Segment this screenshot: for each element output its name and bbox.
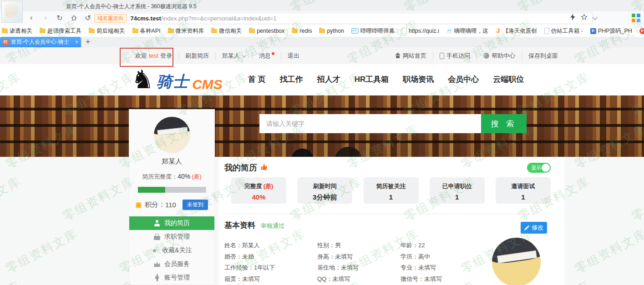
search-input[interactable] — [259, 114, 481, 133]
completeness-progress-bar — [138, 187, 206, 193]
bookmark-item[interactable]: 前后端相关 — [89, 27, 125, 35]
bookmarks-bar: 渗透相关 超强搜索工具 前后端相关 各种API 微米资料库 微信相关 pente… — [0, 25, 644, 37]
info-field: 姓名郑某人 — [224, 241, 317, 253]
bookmark-item[interactable]: https://quiz.i — [402, 28, 439, 34]
refresh-resume-link[interactable]: 刷新简历 — [178, 52, 215, 60]
bookmark-item[interactable]: python — [319, 28, 344, 34]
nav-item[interactable]: 职场资讯 — [403, 74, 434, 85]
topbar-link[interactable]: 保存到桌面 — [522, 52, 564, 60]
folder-icon — [40, 29, 46, 33]
php-red-icon: P — [639, 28, 644, 34]
folder-icon — [132, 29, 138, 33]
tab-close-icon[interactable]: × — [75, 39, 78, 45]
apps-grid-icon[interactable] — [632, 14, 640, 22]
bookmark-item[interactable]: 渗透相关 — [2, 27, 32, 35]
bookmark-item[interactable]: 嘀哩嘀哩，这 — [446, 27, 488, 35]
folder-icon — [168, 29, 174, 33]
bookmark-item[interactable]: P PHP源码_PH — [590, 27, 632, 35]
nav-item[interactable]: 招人才 — [317, 74, 340, 85]
bookmark-label: redis — [299, 28, 312, 34]
refresh-icon[interactable]: ↻ — [55, 13, 65, 23]
lightning-icon[interactable] — [570, 14, 575, 22]
resume-completeness: 简历完整度40%(差) — [129, 173, 214, 181]
crown-icon — [154, 261, 160, 267]
browser-profile-avatar[interactable] — [1, 1, 23, 23]
sidebar-item-label: 会员服务 — [164, 260, 190, 268]
page-icon — [544, 28, 549, 34]
topbar-link[interactable]: 手机访问 — [433, 52, 477, 60]
folder-icon — [2, 29, 8, 33]
info-field: 性别男 — [317, 241, 401, 253]
bookmark-item[interactable]: 各种API — [132, 27, 161, 35]
bookmark-item[interactable]: 微信相关 — [211, 27, 242, 35]
sidebar-menu-item[interactable]: 账号管理 — [129, 271, 214, 285]
topbar-link[interactable]: 网站首页 — [389, 52, 433, 60]
bookmark-item[interactable]: 微米资料库 — [168, 27, 204, 35]
nav-item[interactable]: 找工作 — [280, 74, 303, 85]
field-value: 22 — [418, 242, 425, 249]
hero-people-silhouette — [273, 138, 378, 157]
nav-item[interactable]: 会员中心 — [448, 74, 479, 85]
info-field: 工作经验1年以下 — [224, 264, 317, 275]
sidebar-item-label: 收藏&关注 — [162, 246, 192, 255]
bookmark-item[interactable]: pentestbox — [249, 28, 284, 34]
field-value: 郑某人 — [242, 242, 260, 249]
messages-link[interactable]: 消息 — [252, 52, 281, 60]
browser-toolbar: ‹ › ↻ ↺ 域名重定向 74cms.test /index.php?m=&c… — [0, 11, 644, 25]
sidebar-menu-item[interactable]: 我的简历 — [129, 216, 214, 230]
chevron-down-icon[interactable] — [592, 15, 597, 20]
site-logo[interactable]: ♞ 骑士 CMS — [131, 67, 223, 92]
search-button[interactable]: 搜 索 — [481, 114, 527, 133]
bookmark-star-icon[interactable] — [581, 14, 588, 22]
bookmark-item[interactable]: 哔哩哔哩弹幕 — [351, 27, 395, 35]
sidebar-menu-item[interactable]: 收藏&关注 — [129, 244, 214, 257]
stat-card: 刷新时间 3分钟前 — [297, 177, 352, 204]
knight-logo-icon: ♞ — [131, 67, 154, 92]
logout-link[interactable]: 退出 — [281, 52, 306, 60]
bookmark-label: 各种API — [140, 27, 161, 35]
window-title: 首页-个人会员中心-骑士人才系统 - 360极速浏览器 9.5 — [66, 3, 197, 10]
j-icon: J — [496, 28, 501, 34]
bookmark-item[interactable]: 超强搜索工具 — [40, 27, 81, 35]
url-path: /index.php?m=&c=personal&a=index&uid=1 — [161, 15, 277, 22]
edit-button[interactable]: 修改 — [521, 222, 547, 234]
sidebar-menu-item[interactable]: 会员服务 — [129, 257, 214, 271]
home-icon[interactable] — [69, 13, 79, 23]
address-bar[interactable]: 域名重定向 74cms.test /index.php?m=&c=persona… — [91, 13, 593, 24]
folder-icon — [211, 29, 217, 33]
forward-icon: › — [41, 13, 51, 23]
nav-item[interactable]: 首 页 — [248, 74, 266, 85]
tab-favicon: 聘 — [3, 39, 9, 45]
home-icon — [395, 53, 401, 58]
section-divider — [224, 214, 551, 214]
chevron-down-icon — [242, 53, 247, 57]
topbar-link[interactable]: 帮助中心 — [477, 52, 522, 60]
field-value: 1年以下 — [254, 264, 275, 271]
bookmark-label: 前后端相关 — [96, 27, 125, 35]
basic-info-fields: 姓名郑某人 性别男 年龄22 婚否未婚 身高未填写 学历高中 工作经验1年以下 … — [224, 241, 505, 285]
field-value: 未填写 — [242, 275, 260, 282]
main-nav: 首 页找工作招人才HR工具箱职场资讯会员中心云端职位 — [248, 74, 524, 85]
audit-status: 审核通过 — [261, 222, 284, 230]
bookmark-label: 【洛天依原创 — [503, 27, 537, 35]
sign-in-button[interactable]: 未签到 — [183, 200, 208, 210]
bookmark-item[interactable]: P PHP源码,PH — [639, 27, 644, 35]
sidebar-menu-item[interactable]: 求职管理 — [129, 230, 214, 244]
bookmark-item[interactable]: redis — [292, 28, 312, 34]
info-field: 年龄22 — [401, 241, 505, 253]
nav-item[interactable]: HR工具箱 — [355, 74, 389, 85]
php-blue-icon: P — [590, 28, 596, 34]
visibility-toggle[interactable]: 显示 — [527, 163, 551, 173]
bookmark-item[interactable]: J 【洛天依原创 — [496, 27, 537, 35]
bookmark-item[interactable]: 仿站工具箱 - — [544, 27, 583, 35]
bookmark-label: python — [327, 28, 344, 34]
stat-value: 40% — [231, 193, 286, 201]
pencil-icon — [524, 225, 529, 230]
back-icon[interactable]: ‹ — [26, 13, 36, 23]
user-dropdown[interactable]: 郑某人 — [215, 52, 252, 60]
new-tab-icon[interactable]: + — [86, 37, 91, 47]
info-field: 微信号未填写 — [401, 275, 505, 285]
browser-tab-active[interactable]: 聘 首页-个人会员中心-骑士 × — [0, 37, 81, 47]
nav-item[interactable]: 云端职位 — [493, 74, 524, 85]
info-field: 学历高中 — [401, 253, 505, 264]
